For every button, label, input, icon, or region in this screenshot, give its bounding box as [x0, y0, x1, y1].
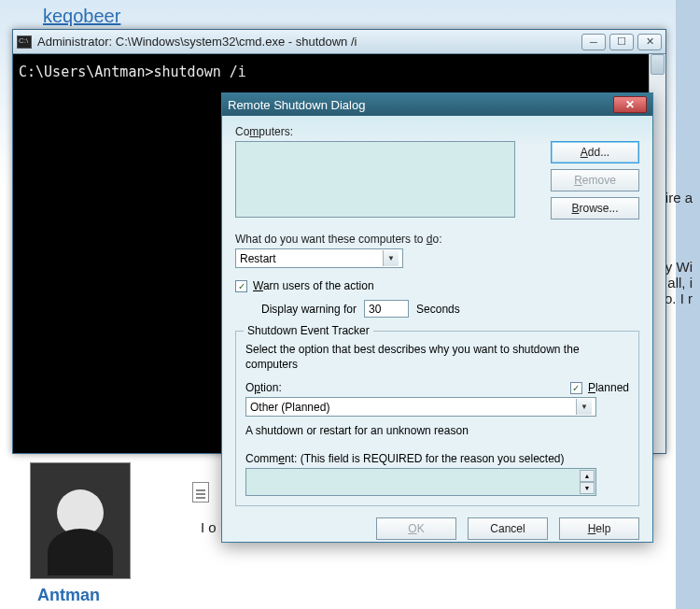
- warn-users-checkbox[interactable]: ✓: [235, 280, 247, 292]
- display-warning-label: Display warning for: [261, 303, 357, 316]
- avatar[interactable]: [30, 462, 131, 579]
- chevron-down-icon: ▼: [383, 250, 399, 266]
- cmd-titlebar[interactable]: Administrator: C:\Windows\system32\cmd.e…: [13, 30, 665, 54]
- seconds-label: Seconds: [416, 303, 460, 316]
- remove-button: Remove: [551, 169, 639, 191]
- avatar-username[interactable]: Antman: [37, 586, 100, 605]
- document-icon: [192, 482, 209, 503]
- dialog-titlebar[interactable]: Remote Shutdown Dialog ✕: [222, 93, 652, 116]
- remote-shutdown-dialog: Remote Shutdown Dialog ✕ Computers: Add.…: [221, 92, 653, 543]
- reason-select[interactable]: Other (Planned) ▼: [245, 397, 596, 417]
- warning-seconds-input[interactable]: [364, 300, 409, 318]
- dialog-title: Remote Shutdown Dialog: [228, 98, 613, 112]
- bg-text-fragment: o. I r: [665, 290, 693, 306]
- cancel-button[interactable]: Cancel: [468, 517, 548, 540]
- warn-users-label: Warn users of the action: [253, 279, 374, 292]
- action-select-value: Restart: [240, 252, 383, 265]
- minimize-button[interactable]: ─: [581, 34, 606, 50]
- shutdown-event-tracker-group: Shutdown Event Tracker Select the option…: [235, 331, 639, 506]
- cmd-title: Administrator: C:\Windows\system32\cmd.e…: [37, 35, 576, 49]
- add-button[interactable]: Add...: [551, 141, 639, 163]
- bg-text-fragment: all, i: [667, 275, 693, 290]
- tracker-legend: Shutdown Event Tracker: [244, 324, 373, 337]
- what-do-label: What do you want these computers to do:: [235, 233, 639, 246]
- computers-label: Computers:: [235, 125, 639, 138]
- help-button[interactable]: Help: [559, 517, 639, 540]
- dialog-close-button[interactable]: ✕: [613, 96, 647, 113]
- tracker-description: Select the option that best describes wh…: [245, 343, 629, 372]
- username-link[interactable]: keqobeer: [43, 6, 120, 27]
- maximize-button[interactable]: ☐: [609, 34, 634, 50]
- cmd-system-icon[interactable]: [17, 35, 32, 49]
- reason-select-value: Other (Planned): [250, 401, 576, 414]
- option-label: Option:: [245, 381, 282, 394]
- comment-label: Comment: (This field is REQUIRED for the…: [245, 452, 629, 465]
- computers-listbox[interactable]: [235, 141, 515, 218]
- chevron-down-icon: ▼: [576, 399, 592, 415]
- close-button[interactable]: ✕: [637, 34, 662, 50]
- planned-label: Planned: [588, 381, 629, 394]
- comment-scroll-up[interactable]: ▲: [580, 470, 595, 482]
- planned-checkbox[interactable]: ✓: [570, 382, 582, 394]
- ok-button: OK: [376, 517, 456, 540]
- comment-textarea[interactable]: ▲ ▼: [245, 468, 596, 496]
- cmd-scroll-thumb[interactable]: [651, 54, 665, 75]
- reason-description: A shutdown or restart for an unknown rea…: [245, 424, 629, 437]
- browse-button[interactable]: Browse...: [551, 197, 639, 220]
- action-select[interactable]: Restart ▼: [235, 248, 403, 268]
- comment-scroll-down[interactable]: ▼: [580, 482, 595, 494]
